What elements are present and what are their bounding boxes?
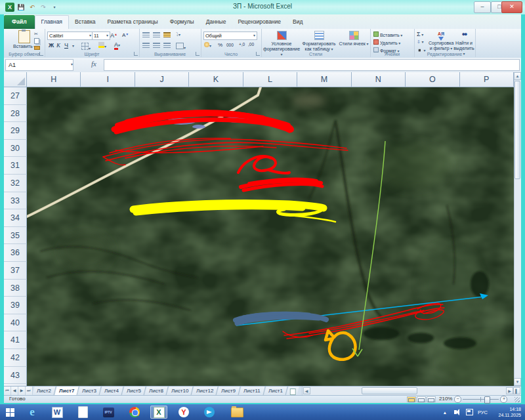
taskbar-notepad-icon[interactable] (74, 406, 91, 419)
ribbon-tab[interactable]: Данные (200, 15, 232, 29)
number-dialog-launcher[interactable] (256, 52, 260, 56)
align-center-icon[interactable] (153, 43, 160, 49)
last-sheet-icon[interactable]: ⏭ (26, 387, 33, 396)
sheet-tab[interactable]: Лист12 (192, 387, 219, 396)
row-header[interactable]: 43 (4, 367, 27, 385)
zoom-slider[interactable] (463, 399, 499, 400)
name-box-arrow[interactable]: ▾ (71, 62, 73, 66)
minimize-button[interactable]: – (474, 1, 491, 13)
column-header[interactable]: P (460, 72, 514, 87)
align-top-icon[interactable] (142, 32, 150, 38)
taskbar-word-icon[interactable]: W (49, 406, 66, 419)
merge-center-icon[interactable]: ▾ (176, 43, 186, 50)
taskbar-excel-icon[interactable]: X (150, 406, 167, 419)
taskbar-telegram-icon[interactable] (201, 406, 218, 419)
vertical-scroll-thumb[interactable] (514, 81, 520, 179)
first-sheet-icon[interactable]: ⏮ (4, 387, 11, 396)
row-header[interactable]: 30 (4, 140, 27, 158)
taskbar-ie-icon[interactable]: e (24, 406, 41, 419)
satellite-map[interactable] (27, 87, 514, 386)
ribbon-tab[interactable]: Файл (4, 15, 35, 29)
row-header[interactable]: 41 (4, 331, 27, 349)
column-header[interactable]: J (135, 72, 189, 87)
zoom-out-icon[interactable]: − (454, 396, 461, 403)
scroll-up-icon[interactable]: ▲ (514, 72, 521, 80)
format-as-table-button[interactable]: Форматировать как таблицу ▾ (301, 31, 337, 52)
accounting-format-icon[interactable]: ▾ (204, 42, 211, 48)
resize-grip[interactable] (514, 397, 520, 402)
page-layout-view-icon[interactable] (417, 396, 426, 402)
row-header[interactable]: 38 (4, 280, 27, 297)
align-middle-icon[interactable] (153, 32, 160, 38)
sheet-tab[interactable]: Лист11 (239, 387, 265, 396)
taskbar-explorer-icon[interactable] (228, 406, 245, 419)
row-header[interactable]: 35 (4, 227, 27, 245)
decrease-decimal-button[interactable]: ,00 (248, 42, 254, 47)
sheet-tab[interactable]: Лист9 (217, 387, 240, 396)
cut-icon[interactable]: ✂ (34, 32, 38, 37)
insert-sheet-tab[interactable] (286, 387, 299, 396)
map-picture-area[interactable] (27, 87, 514, 386)
horizontal-scroll-thumb[interactable] (362, 387, 417, 394)
formula-input[interactable] (104, 59, 520, 71)
ribbon-tab[interactable]: Главная (35, 15, 69, 30)
insert-cells-button[interactable]: Вставить ▾ (373, 32, 402, 37)
ribbon-tab[interactable]: Вставка (69, 15, 102, 29)
row-header[interactable]: 29 (4, 122, 27, 140)
select-all-corner[interactable] (4, 72, 27, 87)
start-button[interactable] (1, 406, 18, 419)
row-header[interactable]: 40 (4, 314, 27, 332)
align-right-icon[interactable] (163, 43, 171, 49)
fill-icon[interactable]: ⇩ ▾ (417, 39, 424, 45)
font-size-select[interactable]: 11▾ (92, 32, 110, 40)
font-family-select[interactable]: Calibri▾ (47, 32, 93, 40)
font-color-icon[interactable]: А▾ (114, 41, 120, 48)
horizontal-scrollbar[interactable]: ◀ ▶ ▌ (302, 387, 521, 396)
ribbon-tab[interactable]: Вид (287, 15, 308, 29)
sheet-tab[interactable]: Лист1 (264, 387, 287, 396)
sheet-tab[interactable]: Лист8 (144, 387, 168, 396)
ribbon-tab[interactable]: Формулы (164, 15, 200, 29)
row-header[interactable]: 42 (4, 349, 27, 367)
normal-view-icon[interactable] (407, 396, 416, 402)
sheet-tab[interactable]: Лист4 (100, 387, 123, 396)
network-icon[interactable] (466, 404, 473, 420)
column-header[interactable]: I (81, 72, 135, 87)
row-header[interactable]: 37 (4, 262, 27, 280)
delete-cells-button[interactable]: Удалить ▾ (373, 39, 400, 45)
column-header[interactable]: O (406, 72, 459, 87)
italic-button[interactable]: К (56, 42, 60, 49)
volume-icon[interactable]: ) (454, 404, 459, 420)
row-header[interactable]: 28 (4, 105, 27, 123)
row-header[interactable]: 27 (4, 87, 27, 105)
sheet-tab[interactable]: Лист5 (122, 387, 146, 396)
zoom-level[interactable]: 210% (439, 396, 452, 402)
sheet-tab[interactable]: Лист2 (32, 387, 56, 396)
scroll-right-icon[interactable]: ▶ (506, 387, 513, 394)
borders-icon[interactable]: ▾ (81, 43, 91, 51)
column-header[interactable]: L (243, 72, 297, 87)
clock[interactable]: 14:18 24.11.2025 (498, 404, 521, 420)
format-painter-icon[interactable] (34, 46, 40, 51)
clipboard-dialog-launcher[interactable] (39, 52, 43, 56)
zoom-slider-thumb[interactable] (484, 396, 490, 404)
column-header[interactable]: H (27, 72, 81, 87)
increase-decimal-button[interactable]: +,0 (239, 42, 245, 47)
alignment-dialog-launcher[interactable] (196, 52, 200, 56)
language-indicator[interactable]: РУС (478, 404, 488, 420)
tray-expand-icon[interactable]: ▴ (444, 404, 446, 420)
ribbon-tab[interactable]: Разметка страницы (102, 15, 164, 29)
number-format-select[interactable]: Общий▾ (203, 32, 257, 40)
orientation-icon[interactable]: ⤵▾ (176, 32, 180, 37)
sheet-tab[interactable]: Лист7 (54, 387, 79, 396)
row-header[interactable]: 33 (4, 192, 27, 210)
align-bottom-icon[interactable] (163, 32, 171, 38)
font-dialog-launcher[interactable] (134, 52, 138, 56)
column-header[interactable]: N (352, 72, 406, 87)
copy-icon[interactable] (34, 38, 39, 45)
insert-function-icon[interactable]: fx (91, 60, 96, 68)
column-header[interactable]: M (297, 72, 351, 87)
close-button[interactable]: ✕ (501, 1, 522, 13)
comma-style-button[interactable]: 000 (226, 43, 234, 47)
row-header[interactable]: 36 (4, 244, 27, 262)
